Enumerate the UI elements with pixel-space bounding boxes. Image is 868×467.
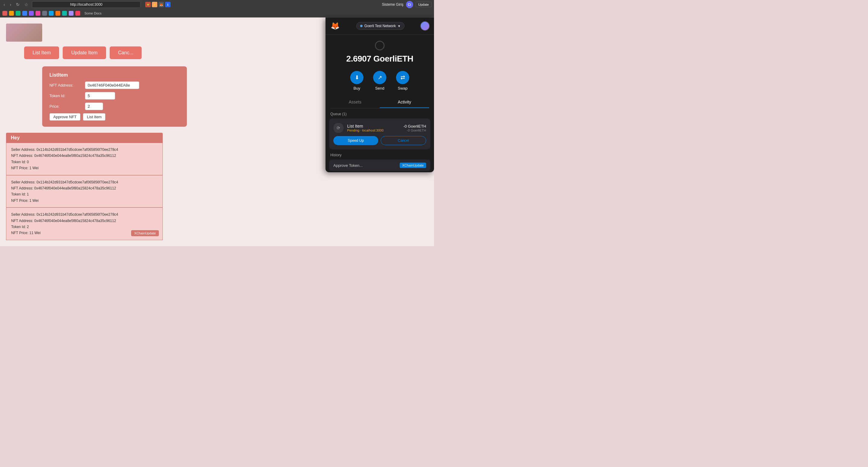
tx-name: List Item (347, 124, 400, 128)
bookmark-icon-3[interactable] (16, 11, 21, 16)
extension-icon-metamask[interactable]: 🦊 (158, 2, 164, 7)
mm-send-button[interactable]: ↗ Send (373, 71, 386, 90)
mm-buy-button[interactable]: ⬇ Buy (350, 71, 364, 90)
bookmark-icon-12[interactable] (75, 11, 80, 16)
list-item-form-button[interactable]: List Item (83, 113, 105, 121)
mm-spinner (375, 41, 384, 50)
extension-icon-blue[interactable]: ℹ (165, 2, 170, 7)
nft-card-2: Seller Address: 0x114b242d931b47d5cdcee7… (6, 208, 163, 240)
tx-list-item: ⟳ List Item Pending · localhost:3000 -0 … (329, 119, 430, 149)
hey-section: Hey Seller Address: 0x114b242d931b47d5cd… (6, 133, 163, 240)
tx-source: localhost:3000 (362, 128, 384, 132)
nft-address-0: NFT Address: 0x46746f040e044ea8e5f80a158… (11, 153, 158, 159)
tx-cancel-button[interactable]: Cancel (381, 136, 426, 145)
mm-balance-amount: 2.6907 GoerliETH (330, 54, 429, 64)
bookmark-icon-4[interactable] (22, 11, 27, 16)
price-1: NFT Price: 1 Wei (11, 198, 158, 204)
network-status-dot (360, 25, 363, 27)
mm-swap-button[interactable]: ⇄ Swap (396, 71, 409, 90)
price-row: Price: (50, 103, 180, 110)
bookmark-icon-1[interactable] (2, 11, 7, 16)
price-label: Price: (50, 104, 83, 109)
browser-right-label: Sisteme Giriş (382, 2, 403, 7)
browser-top-bar: ‹ › ↻ ☆ 🦁 ⚡ 🦊 ℹ Sisteme Giriş Ci Update (0, 0, 434, 9)
tx-action-buttons: Speed Up Cancel (333, 136, 426, 145)
token-id-label: Token Id: (50, 93, 83, 98)
tx-amount-main: -0 GoerliETH (403, 124, 426, 128)
cancel-button[interactable]: Canc... (110, 47, 142, 59)
bookmark-icon-10[interactable] (62, 11, 67, 16)
bookmark-icon-8[interactable] (49, 11, 54, 16)
tx-status-text: Pending (347, 128, 359, 132)
speed-up-button[interactable]: Speed Up (333, 136, 378, 145)
send-icon-circle: ↗ (373, 71, 386, 84)
metamask-panel: 🦊 Goerli Test Network ▼ 2.6907 GoerliETH… (326, 18, 434, 172)
nav-refresh-button[interactable]: ↻ (15, 1, 21, 7)
price-0: NFT Price: 1 Wei (11, 165, 158, 171)
mm-balance-area: 2.6907 GoerliETH (326, 35, 434, 68)
buy-icon-circle: ⬇ (350, 71, 364, 84)
bookmark-icon-5[interactable] (29, 11, 34, 16)
mm-header: 🦊 Goerli Test Network ▼ (326, 18, 434, 35)
list-item-button[interactable]: List Item (24, 47, 59, 59)
bookmark-icon-6[interactable] (36, 11, 40, 16)
extension-icon-brave[interactable]: 🦁 (145, 2, 151, 7)
token-id-0: Token Id: 0 (11, 159, 158, 165)
network-name-label: Goerli Test Network (364, 24, 396, 28)
some-docs-bookmark[interactable]: Some Docs (84, 11, 101, 15)
seller-address-0: Seller Address: 0x114b242d931b47d5cdcee7… (11, 147, 158, 153)
xchain-update-button[interactable]: XChainUpdate (131, 230, 159, 236)
bookmark-icon-7[interactable] (42, 11, 47, 16)
nft-card-0: Seller Address: 0x114b242d931b47d5cdcee7… (6, 143, 163, 175)
seller-address-1: Seller Address: 0x114b242d931b47d5cdcee7… (11, 179, 158, 185)
address-bar[interactable] (32, 1, 141, 8)
send-label: Send (375, 86, 384, 90)
mm-account-avatar[interactable] (420, 21, 430, 31)
tab-assets[interactable]: Assets (330, 96, 380, 108)
main-page: List Item Update Item Canc... ListItem N… (0, 18, 434, 246)
history-label: History (326, 149, 434, 159)
approve-nft-button[interactable]: Approve NFT (50, 113, 81, 121)
network-selector-button[interactable]: Goerli Test Network ▼ (356, 22, 404, 30)
bookmark-icon-2[interactable] (9, 11, 14, 16)
buy-icon: ⬇ (355, 74, 359, 81)
nav-bookmark-button[interactable]: ☆ (23, 1, 30, 7)
send-icon: ↗ (378, 74, 382, 81)
nft-card-1: Seller Address: 0x114b242d931b47d5cdcee7… (6, 175, 163, 208)
nft-address-input[interactable] (85, 82, 139, 89)
nft-thumbnail (6, 24, 42, 41)
update-item-button[interactable]: Update Item (63, 47, 106, 59)
swap-icon-circle: ⇄ (396, 71, 409, 84)
token-id-input[interactable] (85, 92, 115, 99)
metamask-logo: 🦊 (330, 21, 341, 31)
token-id-row: Token Id: (50, 92, 180, 99)
tab-activity[interactable]: Activity (380, 96, 429, 108)
nft-address-2: NFT Address: 0x46746f040e044ea8e5f80a158… (11, 218, 158, 224)
history-xchain-button[interactable]: XChainUpdate (400, 163, 426, 168)
update-button[interactable]: Update (415, 2, 432, 7)
tx-info: List Item Pending · localhost:3000 (347, 124, 400, 132)
token-id-2: Token Id: 2 (11, 224, 158, 230)
price-input[interactable] (85, 103, 103, 110)
mm-tabs: Assets Activity (330, 96, 429, 108)
nft-address-label: NFT Address: (50, 83, 83, 87)
user-avatar[interactable]: Ci (406, 1, 413, 8)
tx-status: Pending · localhost:3000 (347, 128, 400, 132)
tx-pending-icon: ⟳ (337, 125, 340, 130)
tx-header: ⟳ List Item Pending · localhost:3000 -0 … (333, 123, 426, 133)
tx-amount: -0 GoerliETH -0 GoerliETH (403, 124, 426, 132)
form-buttons: Approve NFT List Item (50, 113, 180, 121)
bookmark-icon-9[interactable] (56, 11, 60, 16)
buy-label: Buy (353, 86, 360, 90)
tx-icon: ⟳ (333, 123, 344, 133)
bookmark-icon-11[interactable] (69, 11, 73, 16)
nft-address-row: NFT Address: (50, 82, 180, 89)
hey-header: Hey (6, 133, 163, 143)
swap-icon: ⇄ (401, 74, 405, 81)
nav-back-button[interactable]: ‹ (2, 1, 6, 7)
swap-label: Swap (398, 86, 408, 90)
list-item-form-card: ListItem NFT Address: Token Id: Price: A… (42, 66, 187, 127)
extension-icon-orange[interactable]: ⚡ (152, 2, 157, 7)
nav-forward-button[interactable]: › (9, 1, 13, 7)
mm-actions-row: ⬇ Buy ↗ Send ⇄ Swap (326, 68, 434, 96)
